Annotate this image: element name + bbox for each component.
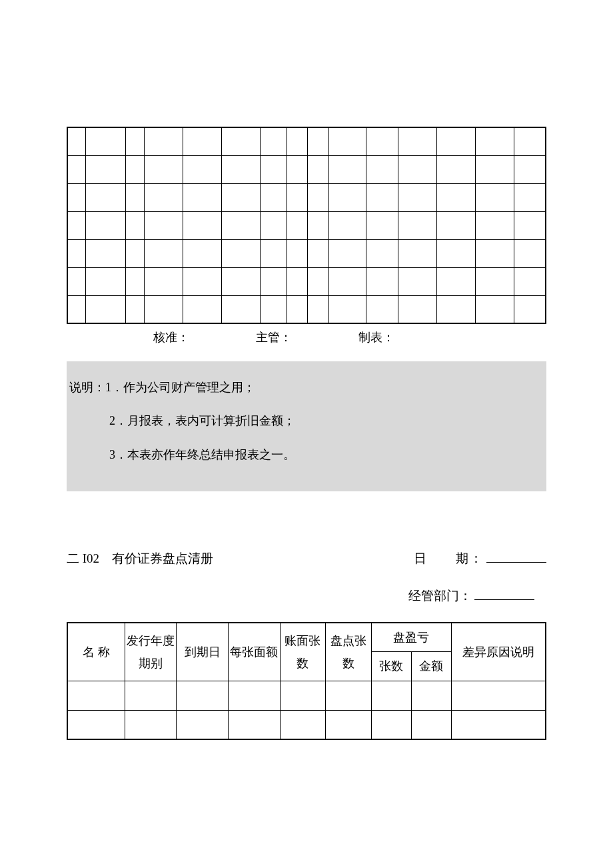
table-row <box>67 211 546 239</box>
preparer-label: 制表： <box>358 329 394 345</box>
date-field: 日 期： <box>414 550 546 567</box>
header-name: 名 称 <box>67 623 125 681</box>
table-row <box>67 681 546 710</box>
approve-label: 核准： <box>153 329 189 345</box>
dept-underline <box>474 588 534 600</box>
header-due-date: 到期日 <box>177 623 229 681</box>
notes-box: 说明：1．作为公司财产管理之用； 2．月报表，表内可计算折旧金额； 3．本表亦作… <box>67 361 546 491</box>
header-issue-year: 发行年度期别 <box>125 623 177 681</box>
header-face-value: 每张面额 <box>229 623 281 681</box>
table-row <box>67 127 546 155</box>
header-row-1: 名 称 发行年度期别 到期日 每张面额 账面张数 盘点张数 盘盈亏 差异原因说明 <box>67 623 546 652</box>
table-row <box>67 155 546 183</box>
date-label: 日 期： <box>414 551 484 565</box>
note-line-1: 说明：1．作为公司财产管理之用； <box>69 371 544 404</box>
table-row <box>67 295 546 323</box>
section2-title: 二 I02 有价证券盘点清册 <box>67 550 213 567</box>
dept-label: 经管部门： <box>408 589 472 603</box>
date-underline <box>486 551 546 563</box>
header-book-sheets: 账面张数 <box>280 623 326 681</box>
header-count-sheets: 盘点张数 <box>326 623 372 681</box>
dept-row: 经管部门： <box>67 587 546 605</box>
table-row <box>67 239 546 267</box>
header-profit-loss: 盘盈亏 <box>371 623 451 652</box>
asset-table <box>67 127 546 324</box>
note-line-3: 3．本表亦作年终总结申报表之一。 <box>69 438 544 471</box>
table-row <box>67 710 546 739</box>
asset-table-body <box>67 127 546 323</box>
table-row <box>67 267 546 295</box>
section2-header: 二 I02 有价证券盘点清册 日 期： <box>67 550 546 567</box>
header-pl-sheets: 张数 <box>371 652 411 681</box>
table-row <box>67 183 546 211</box>
supervisor-label: 主管： <box>256 329 292 345</box>
signature-row: 核准： 主管： 制表： <box>67 329 546 345</box>
header-reason: 差异原因说明 <box>451 623 546 681</box>
header-pl-amount: 金额 <box>411 652 451 681</box>
note-line-2: 2．月报表，表内可计算折旧金额； <box>69 404 544 437</box>
securities-table: 名 称 发行年度期别 到期日 每张面额 账面张数 盘点张数 盘盈亏 差异原因说明… <box>67 622 546 740</box>
